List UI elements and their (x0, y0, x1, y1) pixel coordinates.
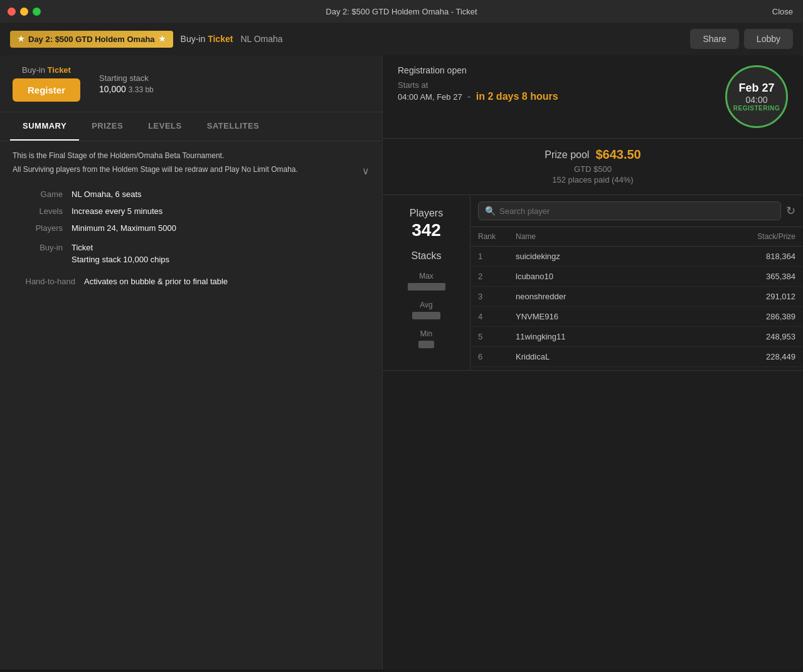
stack-min: Min (418, 329, 434, 348)
prize-pool-label: Prize pool (545, 149, 589, 161)
name-header: Name (516, 232, 720, 241)
game-row: Game NL Omaha, 6 seats (13, 189, 370, 199)
search-input[interactable] (499, 206, 774, 216)
levels-label: Levels (13, 206, 63, 216)
header: ★ Day 2: $500 GTD Holdem Omaha ★ Buy-in … (0, 23, 803, 55)
rank-cell: 3 (478, 292, 516, 301)
calendar-widget: Feb 27 04:00 REGISTERING (725, 65, 788, 128)
stack-max-bar (408, 283, 445, 291)
header-left: ★ Day 2: $500 GTD Holdem Omaha ★ Buy-in … (10, 31, 283, 48)
stack-cell: 228,449 (720, 352, 795, 361)
register-button[interactable]: Register (13, 78, 80, 102)
minimize-window-btn[interactable] (20, 8, 28, 16)
summary-expand-text: All Surviving players from the Holdem St… (13, 165, 362, 174)
table-row: 3 neonshredder 291,012 (471, 287, 803, 307)
chevron-down-icon[interactable]: ∨ (362, 165, 370, 177)
main-content: Buy-in Ticket Register Starting stack 10… (0, 55, 803, 669)
stack-max-label: Max (419, 272, 433, 280)
tab-prizes[interactable]: PRIZES (79, 112, 136, 141)
stack-cell: 286,389 (720, 312, 795, 321)
summary-description: This is the Final Stage of the Holdem/Om… (13, 151, 370, 160)
tournament-name: Day 2: $500 GTD Holdem Omaha (28, 35, 155, 44)
starts-at-label: Starts at (398, 80, 558, 90)
stack-cell: 818,364 (720, 252, 795, 261)
refresh-icon[interactable]: ↻ (786, 204, 795, 218)
name-cell: suicidekingz (516, 252, 720, 261)
stacks-label: Stacks (411, 250, 441, 262)
tournament-tab[interactable]: ★ Day 2: $500 GTD Holdem Omaha ★ (10, 31, 173, 48)
rank-cell: 2 (478, 272, 516, 281)
calendar-date: Feb 27 (738, 82, 774, 95)
stack-cell: 291,012 (720, 292, 795, 301)
search-row: 🔍 ↻ (471, 195, 803, 227)
close-window-btn[interactable] (8, 8, 16, 16)
table-row: 6 KriddicaL 228,449 (471, 347, 803, 367)
stack-avg: Avg (412, 301, 440, 319)
stack-header: Stack/Prize (720, 232, 795, 241)
places-paid: 152 places paid (44%) (398, 175, 788, 184)
tab-levels[interactable]: LEVELS (136, 112, 194, 141)
stack-cell: 365,384 (720, 272, 795, 281)
starting-stack: Starting stack 10,000 3.33 bb (99, 73, 154, 94)
starts-at-countdown: in 2 days 8 hours (476, 91, 558, 102)
stack-min-bar (418, 341, 434, 348)
stack-avg-label: Avg (420, 301, 432, 309)
maximize-window-btn[interactable] (33, 8, 41, 16)
prize-pool-section: Prize pool $643.50 GTD $500 152 places p… (383, 139, 803, 195)
players-value: Minimum 24, Maximum 5000 (72, 223, 176, 233)
rank-header: Rank (478, 232, 516, 241)
game-type: NL Omaha (240, 34, 282, 44)
tab-satellites[interactable]: SATELLITES (194, 112, 272, 141)
leaderboard-body: 1 suicidekingz 818,364 2 lcubano10 365,3… (471, 247, 803, 370)
players-row: Players Minimum 24, Maximum 5000 (13, 223, 370, 233)
stack-max: Max (408, 272, 445, 291)
summary-expandable: All Surviving players from the Holdem St… (13, 165, 370, 177)
starting-stack-detail: Starting stack 10,000 chips (72, 255, 169, 264)
prize-pool-row: Prize pool $643.50 (398, 147, 788, 162)
rank-cell: 4 (478, 312, 516, 321)
lobby-button[interactable]: Lobby (744, 29, 793, 49)
tabs: SUMMARY PRIZES LEVELS SATELLITES (0, 112, 382, 141)
hand-to-hand-value: Activates on bubble & prior to final tab… (84, 277, 228, 286)
table-row: 2 lcubano10 365,384 (471, 267, 803, 287)
name-cell: neonshredder (516, 292, 720, 301)
search-icon: 🔍 (485, 206, 496, 216)
reg-info: Buy-in Ticket Register (13, 65, 80, 102)
calendar-status: REGISTERING (733, 105, 780, 112)
share-button[interactable]: Share (690, 29, 738, 49)
window-title: Day 2: $500 GTD Holdem Omaha - Ticket (326, 7, 477, 16)
rank-cell: 1 (478, 252, 516, 261)
table-row: 4 YNVME916 286,389 (471, 307, 803, 327)
right-top: Registration open Starts at 04:00 AM, Fe… (383, 55, 803, 139)
search-input-wrap[interactable]: 🔍 (478, 201, 781, 220)
right-panel: Registration open Starts at 04:00 AM, Fe… (383, 55, 803, 669)
players-section: Players 342 Stacks Max Avg Min (383, 195, 471, 370)
buyin-detail-value: Ticket (72, 243, 169, 252)
game-value: NL Omaha, 6 seats (72, 189, 142, 199)
name-cell: YNVME916 (516, 312, 720, 321)
buyin-row: Buy-in Ticket Starting stack 10,000 chip… (13, 243, 370, 264)
players-label: Players (13, 223, 63, 233)
leaderboard-header: Rank Name Stack/Prize (471, 227, 803, 247)
tab-summary[interactable]: SUMMARY (10, 112, 79, 141)
stack-min-label: Min (420, 329, 432, 338)
buyin-info: Buy-in Ticket (22, 65, 71, 75)
summary-content: This is the Final Stage of the Holdem/Om… (0, 141, 382, 669)
close-label[interactable]: Close (772, 7, 793, 16)
rank-cell: 5 (478, 332, 516, 341)
players-count-label: Players (410, 208, 443, 219)
name-cell: KriddicaL (516, 352, 720, 361)
name-cell: lcubano10 (516, 272, 720, 281)
titlebar: Day 2: $500 GTD Holdem Omaha - Ticket Cl… (0, 0, 803, 23)
table-row: 7 Yurt1 223,177 (471, 367, 803, 370)
name-cell: 11wingking11 (516, 332, 720, 341)
buyin-label: Buy-in Ticket (181, 34, 233, 44)
leaderboard: 🔍 ↻ Rank Name Stack/Prize 1 suicidekingz… (471, 195, 803, 370)
gtd-label: GTD $500 (398, 164, 788, 174)
game-label: Game (13, 189, 63, 199)
hand-to-hand-label: Hand-to-hand (13, 277, 75, 286)
registration-section: Buy-in Ticket Register Starting stack 10… (0, 55, 382, 112)
left-panel: Buy-in Ticket Register Starting stack 10… (0, 55, 383, 669)
buyin-detail-label: Buy-in (13, 243, 63, 264)
reg-open-text: Registration open (398, 65, 558, 75)
